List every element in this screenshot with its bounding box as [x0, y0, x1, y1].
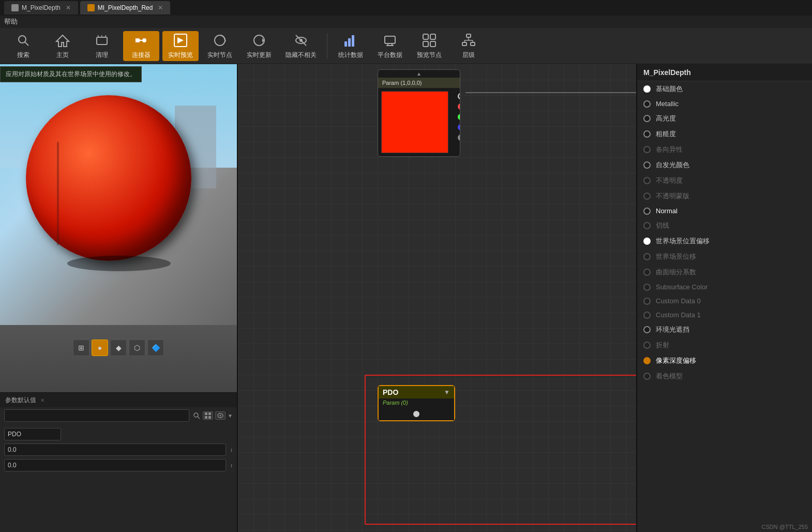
node-param-header: Param (1,0,0,0)	[378, 78, 460, 88]
mat-item-metallic[interactable]: Metallic	[637, 97, 812, 111]
btn-clean[interactable]: 清理	[84, 31, 120, 61]
mat-item-opacity-mask[interactable]: 不透明蒙版	[637, 188, 812, 204]
mat-item-custom-data-0[interactable]: Custom Data 0	[637, 294, 812, 308]
btn-hide-unrelated[interactable]: 隐藏不相关	[280, 31, 322, 61]
tab-mi-pixeldepth-red[interactable]: MI_PixelDepth_Red ✕	[80, 1, 171, 14]
node-pdo-header: PDO ▼	[379, 386, 454, 398]
tab-m-pixeldepth[interactable]: M_PixelDepth ✕	[4, 1, 78, 14]
main-layout: ⊞ ● ◆ ⬡ 🔷 参数默认值 ✕	[0, 64, 812, 532]
node-pdo[interactable]: PDO ▼ Param (0)	[378, 385, 455, 421]
vp-btn-plane[interactable]: ◆	[110, 339, 127, 356]
btn-preview-node[interactable]: 预览节点	[411, 31, 447, 61]
mat-item-shading-model[interactable]: 着色模型	[637, 368, 812, 384]
menu-help[interactable]: 帮助	[4, 17, 18, 26]
btn-platform[interactable]: 平台数据	[372, 31, 408, 61]
param-value-1[interactable]	[4, 444, 226, 456]
realtime-node-icon	[212, 32, 228, 49]
mat-item-pixel-depth[interactable]: 像素深度偏移	[637, 353, 812, 368]
pin-white[interactable]	[458, 93, 460, 99]
viewport-toolbar: ⊞ ● ◆ ⬡ 🔷	[73, 339, 164, 356]
btn-home[interactable]: 主页	[44, 31, 81, 61]
vp-btn-cylinder[interactable]: ⬡	[129, 339, 145, 356]
vp-btn-grid[interactable]: ⊞	[73, 339, 89, 356]
params-search-input[interactable]	[4, 409, 189, 422]
param-name-pdo[interactable]	[4, 428, 61, 440]
eye-btn[interactable]	[215, 411, 225, 420]
mat-item-specular[interactable]: 高光度	[637, 111, 812, 126]
param-value-2[interactable]	[4, 459, 226, 471]
mat-item-refraction[interactable]: 折射	[637, 337, 812, 353]
svg-line-1	[25, 42, 28, 46]
mat-item-emissive[interactable]: 自发光颜色	[637, 157, 812, 173]
mat-item-world-pos[interactable]: 世界场景位移	[637, 249, 812, 264]
mat-item-opacity[interactable]: 不透明度	[637, 173, 812, 188]
btn-search[interactable]: 搜索	[5, 31, 41, 61]
sphere-shadow	[67, 256, 171, 271]
param-arrow-2: ↕	[230, 463, 233, 468]
svg-point-8	[142, 38, 146, 42]
watermark: CSDN @TTL_255	[762, 524, 808, 530]
svg-point-35	[194, 413, 198, 417]
btn-hierarchy[interactable]: 层级	[450, 31, 487, 61]
node-pdo-subtitle: Param (0)	[379, 398, 454, 409]
home-icon	[54, 32, 71, 49]
node-pdo-dropdown[interactable]: ▼	[444, 389, 450, 396]
svg-rect-19	[348, 38, 351, 47]
pin-red[interactable]	[458, 104, 460, 110]
node-param-color[interactable]: ▲ Param (1,0,0,0)	[378, 69, 460, 157]
vp-btn-custom[interactable]: 🔷	[147, 339, 164, 356]
params-panel: 参数默认值 ✕ ▼	[0, 392, 237, 532]
btn-realtime-preview[interactable]: 实时预览	[162, 31, 199, 61]
mat-item-custom-data-1[interactable]: Custom Data 1	[637, 308, 812, 322]
pin-ao	[643, 326, 651, 333]
vp-btn-sphere[interactable]: ●	[92, 339, 108, 356]
mat-item-ao[interactable]: 环境光遮挡	[637, 322, 812, 337]
pin-custom-data-0	[643, 298, 651, 305]
mat-item-normal[interactable]: Normal	[637, 204, 812, 218]
param-row-2: ↕	[4, 459, 233, 471]
pin-specular	[643, 115, 651, 122]
pin-opacity-mask	[643, 193, 651, 200]
svg-rect-29	[462, 42, 467, 46]
toolbar-separator	[327, 33, 327, 59]
search-icon	[192, 411, 201, 420]
mat-item-world-offset[interactable]: 世界场景位置偏移	[637, 233, 812, 249]
pin-alpha[interactable]	[458, 135, 460, 141]
btn-connect[interactable]: 连接器	[123, 31, 159, 61]
preview-node-icon	[421, 32, 438, 49]
pin-metallic	[643, 100, 651, 108]
mat-item-subsurface[interactable]: Subsurface Color	[637, 280, 812, 294]
clean-icon	[94, 32, 110, 49]
color-swatch[interactable]	[381, 91, 448, 153]
mat-item-tessellation[interactable]: 曲面细分系数	[637, 264, 812, 280]
node-pdo-output-pin[interactable]	[413, 411, 419, 417]
param-row-pdo	[4, 428, 233, 440]
node-output-pins	[458, 93, 460, 141]
platform-icon	[382, 32, 398, 49]
pin-emissive	[643, 161, 651, 169]
params-header: 参数默认值 ✕	[0, 393, 237, 407]
svg-rect-3	[97, 37, 107, 45]
btn-realtime-update[interactable]: 实时更新	[241, 31, 277, 61]
realtime-preview-icon	[172, 32, 189, 49]
dropdown-arrow[interactable]: ▼	[228, 413, 233, 419]
node-editor[interactable]: ▲ Param (1,0,0,0) PDO	[238, 64, 636, 532]
grid-view-btn[interactable]	[203, 411, 213, 420]
param-row-1: ↕	[4, 444, 233, 456]
svg-point-0	[19, 36, 26, 43]
mat-item-roughness[interactable]: 粗糙度	[637, 126, 812, 142]
node-param-body	[378, 88, 460, 156]
pin-green[interactable]	[458, 114, 460, 120]
svg-rect-37	[205, 412, 207, 415]
svg-rect-30	[471, 42, 475, 46]
btn-realtime-node[interactable]: 实时节点	[202, 31, 238, 61]
pin-blue[interactable]	[458, 124, 460, 130]
btn-stats[interactable]: 统计数据	[333, 31, 369, 61]
svg-rect-26	[423, 41, 428, 47]
search-icon	[15, 32, 32, 49]
mat-item-tangent[interactable]: 切线	[637, 218, 812, 233]
mat-item-base-color[interactable]: 基础颜色	[637, 81, 812, 97]
svg-rect-40	[208, 416, 211, 419]
svg-rect-39	[205, 416, 207, 419]
mat-item-anisotropy[interactable]: 各向异性	[637, 142, 812, 157]
